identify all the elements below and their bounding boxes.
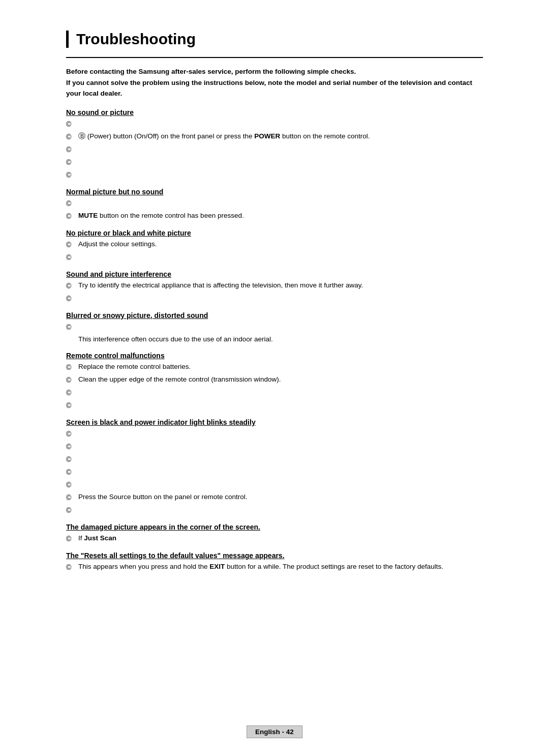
bullet-icon: © xyxy=(66,362,76,373)
bullet-item: © xyxy=(66,428,483,440)
bullet-item: © xyxy=(66,157,483,168)
section-heading-normal-picture-no-sound: Normal picture but no sound xyxy=(66,188,483,196)
bullet-text: Clean the upper edge of the remote contr… xyxy=(78,374,483,385)
bullet-icon: © xyxy=(66,492,76,503)
bullet-item: © xyxy=(66,322,483,333)
bullet-item: © Press the Source button on the panel o… xyxy=(66,492,483,503)
bullet-item: © Ⓑ (Power) button (On/Off) on the front… xyxy=(66,131,483,142)
bullet-icon: © xyxy=(66,429,76,440)
section-no-picture-bw: No picture or black and white picture © … xyxy=(66,229,483,263)
bullet-icon: © xyxy=(66,562,76,573)
bullet-item: © xyxy=(66,505,483,516)
intro-text: Before contacting the Samsung after-sale… xyxy=(66,66,483,99)
bullet-item: © xyxy=(66,387,483,398)
section-heading-sound-picture-interference: Sound and picture interference xyxy=(66,270,483,278)
section-sound-picture-interference: Sound and picture interference © Try to … xyxy=(66,270,483,304)
bullet-item: © xyxy=(66,293,483,304)
bullet-item: © MUTE button on the remote control has … xyxy=(66,211,483,222)
bullet-icon: © xyxy=(66,454,76,465)
bullet-icon: © xyxy=(66,252,76,263)
bullet-icon: © xyxy=(66,505,76,516)
bullet-icon: © xyxy=(66,281,76,292)
section-remote-control: Remote control malfunctions © Replace th… xyxy=(66,352,483,411)
bullet-text: Replace the remote control batteries. xyxy=(78,362,483,372)
bullet-icon: © xyxy=(66,442,76,452)
bullet-icon: © xyxy=(66,534,76,544)
title-divider xyxy=(66,57,483,58)
footer-badge: English - 42 xyxy=(247,725,302,738)
bullet-item: © xyxy=(66,252,483,263)
section-heading-screen-black: Screen is black and power indicator ligh… xyxy=(66,418,483,426)
bullet-item: © xyxy=(66,454,483,465)
bullet-icon: © xyxy=(66,467,76,478)
bullet-icon: © xyxy=(66,480,76,490)
bullet-item: © xyxy=(66,144,483,155)
footer: English - 42 xyxy=(247,728,302,736)
bullet-icon: © xyxy=(66,322,76,333)
bullet-item: © This appears when you press and hold t… xyxy=(66,562,483,573)
bullet-text: If Just Scan xyxy=(78,533,483,543)
bullet-icon: © xyxy=(66,375,76,386)
section-normal-picture-no-sound: Normal picture but no sound © © MUTE but… xyxy=(66,188,483,222)
bullet-text: MUTE button on the remote control has be… xyxy=(78,211,483,221)
section-heading-damaged-picture: The damaged picture appears in the corne… xyxy=(66,523,483,531)
bullet-text: This appears when you press and hold the… xyxy=(78,562,483,572)
bullet-item: © Adjust the colour settings. xyxy=(66,239,483,250)
section-damaged-picture: The damaged picture appears in the corne… xyxy=(66,523,483,544)
bullet-icon: © xyxy=(66,400,76,411)
page: Troubleshooting Before contacting the Sa… xyxy=(56,0,493,756)
section-no-sound-picture: No sound or picture © © Ⓑ (Power) button… xyxy=(66,108,483,181)
section-heading-resets-message: The "Resets all settings to the default … xyxy=(66,551,483,560)
page-title: Troubleshooting xyxy=(76,31,483,48)
bullet-icon: © xyxy=(66,144,76,155)
section-resets-message: The "Resets all settings to the default … xyxy=(66,551,483,573)
bullet-item: © xyxy=(66,441,483,452)
indented-text: This interference often occurs due to th… xyxy=(78,334,483,344)
bullet-text: Try to identify the electrical appliance… xyxy=(78,280,483,290)
intro-line2: If you cannot solve the problem using th… xyxy=(66,79,472,98)
bullet-text: Adjust the colour settings. xyxy=(78,239,483,249)
bullet-item: © xyxy=(66,169,483,181)
bullet-icon: © xyxy=(66,240,76,250)
bullet-icon: © xyxy=(66,170,76,181)
bullet-icon: © xyxy=(66,198,76,209)
bullet-item: © xyxy=(66,198,483,209)
bullet-item: © xyxy=(66,479,483,490)
bullet-icon: © xyxy=(66,211,76,222)
bullet-item: © Replace the remote control batteries. xyxy=(66,362,483,373)
bullet-item: © xyxy=(66,400,483,411)
section-heading-no-sound-picture: No sound or picture xyxy=(66,108,483,117)
bullet-item: © Try to identify the electrical applian… xyxy=(66,280,483,292)
title-section: Troubleshooting xyxy=(66,31,483,48)
bullet-item: © xyxy=(66,119,483,130)
section-heading-no-picture-bw: No picture or black and white picture xyxy=(66,229,483,237)
bullet-text: Press the Source button on the panel or … xyxy=(78,492,483,502)
section-heading-blurred-snowy: Blurred or snowy picture, distorted soun… xyxy=(66,311,483,319)
bullet-icon: © xyxy=(66,132,76,142)
bullet-item: © If Just Scan xyxy=(66,533,483,544)
section-screen-black: Screen is black and power indicator ligh… xyxy=(66,418,483,516)
bullet-icon: © xyxy=(66,388,76,398)
bullet-item: © xyxy=(66,467,483,478)
intro-line1: Before contacting the Samsung after-sale… xyxy=(66,68,356,75)
section-blurred-snowy: Blurred or snowy picture, distorted soun… xyxy=(66,311,483,344)
bullet-icon: © xyxy=(66,119,76,130)
bullet-icon: © xyxy=(66,157,76,168)
section-heading-remote-control: Remote control malfunctions xyxy=(66,352,483,360)
bullet-item: © Clean the upper edge of the remote con… xyxy=(66,374,483,386)
bullet-text: Ⓑ (Power) button (On/Off) on the front p… xyxy=(78,131,483,141)
bullet-icon: © xyxy=(66,294,76,304)
